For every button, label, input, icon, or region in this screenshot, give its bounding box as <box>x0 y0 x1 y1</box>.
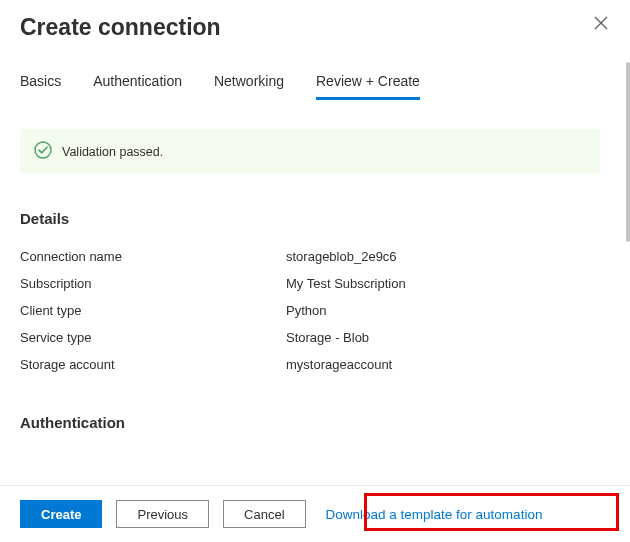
detail-key: Subscription <box>20 276 286 291</box>
table-row: Connection name storageblob_2e9c6 <box>20 243 600 270</box>
previous-button[interactable]: Previous <box>116 500 209 528</box>
scrollbar-thumb[interactable] <box>626 62 630 242</box>
detail-val: storageblob_2e9c6 <box>286 249 397 264</box>
tab-networking[interactable]: Networking <box>214 73 284 100</box>
section-title-auth: Authentication <box>20 414 600 431</box>
detail-val: Storage - Blob <box>286 330 369 345</box>
table-row: Client type Python <box>20 297 600 324</box>
tab-basics[interactable]: Basics <box>20 73 61 100</box>
page-title: Create connection <box>20 14 221 41</box>
validation-message: Validation passed. <box>62 145 163 159</box>
detail-val: mystorageaccount <box>286 357 392 372</box>
tab-authentication[interactable]: Authentication <box>93 73 182 100</box>
detail-key: Storage account <box>20 357 286 372</box>
detail-key: Client type <box>20 303 286 318</box>
table-row: Service type Storage - Blob <box>20 324 600 351</box>
cancel-button[interactable]: Cancel <box>223 500 305 528</box>
detail-val: My Test Subscription <box>286 276 406 291</box>
success-icon <box>34 141 52 162</box>
close-button[interactable] <box>592 14 610 35</box>
section-title-details: Details <box>20 210 600 227</box>
detail-val: Python <box>286 303 326 318</box>
tabs: Basics Authentication Networking Review … <box>20 73 610 101</box>
tab-review-create[interactable]: Review + Create <box>316 73 420 100</box>
detail-key: Connection name <box>20 249 286 264</box>
download-template-link[interactable]: Download a template for automation <box>326 507 543 522</box>
close-icon <box>594 16 608 30</box>
svg-point-0 <box>35 142 51 158</box>
table-row: Storage account mystorageaccount <box>20 351 600 378</box>
detail-key: Service type <box>20 330 286 345</box>
content-scroll[interactable]: Validation passed. Details Connection na… <box>20 101 610 542</box>
footer: Create Previous Cancel Download a templa… <box>0 485 630 542</box>
create-button[interactable]: Create <box>20 500 102 528</box>
table-row: Subscription My Test Subscription <box>20 270 600 297</box>
validation-banner: Validation passed. <box>20 129 600 174</box>
